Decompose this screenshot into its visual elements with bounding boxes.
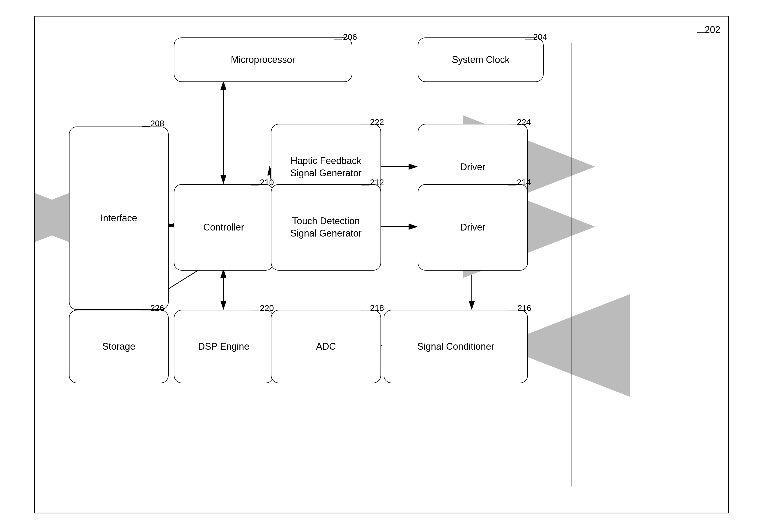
ref-driver-mid: 214 <box>517 178 531 187</box>
signal-conditioner-block: Signal Conditioner <box>384 310 528 383</box>
ref-microprocessor: 206 <box>343 32 357 42</box>
touch-detection-block: Touch Detection Signal Generator <box>271 184 381 271</box>
controller-block: Controller <box>174 184 274 271</box>
ref-adc: 218 <box>370 303 384 313</box>
signal-conditioner-label: Signal Conditioner <box>417 341 494 353</box>
ref-system-clock: 204 <box>533 32 547 42</box>
microprocessor-block: Microprocessor <box>174 37 352 82</box>
adc-block: ADC <box>271 310 381 383</box>
interface-label: Interface <box>100 212 137 224</box>
dsp-engine-label: DSP Engine <box>198 341 249 353</box>
ref-controller: 210 <box>260 178 274 187</box>
ref-driver-top: 224 <box>517 117 531 127</box>
ref-interface: 208 <box>150 119 164 128</box>
touch-detection-label: Touch Detection Signal Generator <box>290 215 362 240</box>
storage-block: Storage <box>69 310 168 383</box>
ref-signal-conditioner: 216 <box>517 303 531 313</box>
ref-main: 202 <box>705 24 720 35</box>
ref-touch: 212 <box>370 178 384 187</box>
driver-top-label: Driver <box>460 161 485 173</box>
driver-mid-block: Driver <box>418 184 528 271</box>
controller-label: Controller <box>203 221 244 234</box>
diagram-container: Microprocessor 206 — System Clock 204 — … <box>34 16 729 513</box>
microprocessor-label: Microprocessor <box>231 54 295 66</box>
system-clock-block: System Clock <box>418 37 543 82</box>
storage-label: Storage <box>102 341 135 353</box>
dsp-engine-block: DSP Engine <box>174 310 274 383</box>
interface-block: Interface <box>69 127 168 310</box>
adc-label: ADC <box>316 341 336 353</box>
ref-storage: 226 <box>150 303 164 313</box>
haptic-feedback-label: Haptic Feedback Signal Generator <box>290 155 362 179</box>
system-clock-label: System Clock <box>452 54 509 66</box>
driver-mid-label: Driver <box>460 221 485 234</box>
ref-dsp: 220 <box>260 303 274 313</box>
ref-haptic: 222 <box>370 117 384 127</box>
